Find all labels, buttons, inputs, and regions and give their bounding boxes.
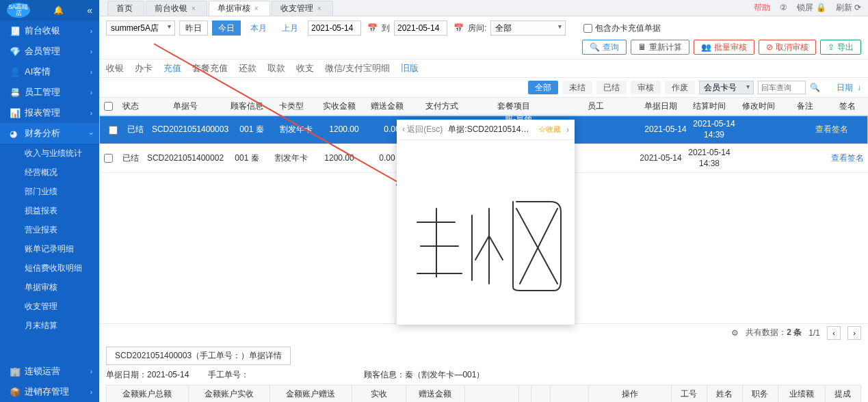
calendar-icon[interactable]: 📅 (367, 23, 378, 33)
favorite-button[interactable]: ☆收藏 (538, 124, 561, 135)
select-all-checkbox[interactable] (104, 102, 113, 111)
sidebar-sub-income-exp[interactable]: 收支管理 (0, 297, 99, 316)
btn-yesterday[interactable]: 昨日 (179, 21, 208, 36)
include-card-label[interactable]: 包含办卡充值单据 (583, 23, 660, 34)
sidebar-sub-monthend[interactable]: 月末结算 (0, 316, 99, 335)
subtab-cashier[interactable]: 收银 (106, 62, 124, 75)
gear-icon[interactable]: ⚙ (731, 328, 739, 338)
subtab-card[interactable]: 办卡 (135, 62, 153, 75)
store-select[interactable]: summer5A店 (106, 21, 175, 36)
sidebar-sub-sms[interactable]: 短信费收取明细 (0, 258, 99, 278)
page-indicator: 1/1 (808, 328, 820, 338)
date-sort[interactable]: 日期 (837, 82, 853, 94)
batch-audit-button[interactable]: 👥批量审核 (694, 40, 754, 55)
sidebar-item-employee[interactable]: 📇员工管理› (0, 82, 99, 103)
detail-table-1: 金额账户总额金额账户实收金额账户赠送 实收赠送金额 操作工号姓名 职务业绩额提成… (106, 385, 861, 402)
room-select[interactable]: 全部 (490, 21, 566, 36)
sidebar-item-inventory[interactable]: 📦进销存管理› (0, 381, 99, 402)
close-icon[interactable]: × (254, 5, 259, 12)
lock-link[interactable]: 锁屏 🔒 (797, 2, 826, 14)
help-icon: ② (780, 3, 787, 12)
sidebar-sub-pl[interactable]: 损益报表 (0, 201, 99, 220)
next-page-button[interactable]: › (847, 326, 861, 340)
tab-home[interactable]: 首页 (107, 1, 144, 16)
sidebar-sub-overview[interactable]: 经营概况 (0, 163, 99, 182)
refresh-link[interactable]: 刷新 ⟳ (836, 2, 861, 14)
sidebar-sub-income[interactable]: 收入与业绩统计 (0, 144, 99, 163)
sidebar-item-report[interactable]: 📊报表管理› (0, 103, 99, 123)
to-label: 到 (382, 23, 390, 34)
subtab-pkg-recharge[interactable]: 套餐充值 (192, 62, 228, 75)
search-button[interactable]: 🔍查询 (582, 40, 627, 55)
filter-audit[interactable]: 审核 (631, 81, 661, 94)
col-remark: 备注 (783, 101, 827, 112)
subtab-wxali[interactable]: 微信/支付宝明细 (325, 62, 390, 75)
col-pkg: 套餐项目 (473, 101, 555, 112)
tab-cashier[interactable]: 前台收银× (146, 1, 207, 16)
member-icon: 💎 (10, 46, 19, 56)
signature-canvas (397, 140, 575, 325)
close-icon[interactable]: × (317, 5, 321, 12)
modal-back-button[interactable]: ‹ 返回(Esc) (402, 124, 443, 135)
btn-lastmonth[interactable]: 上月 (276, 21, 304, 36)
room-label: 房间: (468, 23, 486, 34)
batch-icon: 👥 (701, 42, 711, 52)
search-icon: 🔍 (590, 42, 600, 52)
export-button[interactable]: ⇪导出 (820, 40, 861, 55)
row-checkbox[interactable] (104, 154, 113, 163)
close-icon[interactable]: › (566, 125, 569, 135)
view-sign-link[interactable]: 查看签名 (815, 124, 848, 135)
modal-title: 单据:SCD20210514000... (448, 124, 533, 135)
searchby-select[interactable]: 会员卡号 (699, 81, 754, 94)
sidebar-item-cashier[interactable]: 🧾前台收银› (0, 21, 99, 41)
sidebar-sub-billlog[interactable]: 账单记录明细 (0, 239, 99, 258)
col-sign: 签名 (827, 101, 868, 112)
sidebar-item-member[interactable]: 💎会员管理› (0, 41, 99, 62)
mini-search[interactable] (758, 81, 806, 94)
date-from[interactable] (308, 21, 361, 36)
btn-today[interactable]: 今日 (212, 21, 241, 36)
subtab-old[interactable]: 旧版 (401, 62, 419, 75)
col-status: 状态 (117, 101, 144, 112)
detail-tab[interactable]: SCD2021051400003（手工单号：）单据详情 (106, 347, 291, 365)
cancel-audit-button[interactable]: ⊘取消审核 (759, 40, 816, 55)
recalc-button[interactable]: 🖩重新计算 (631, 40, 689, 55)
bell-icon[interactable]: 🔔 (53, 4, 65, 16)
filter-unsettled[interactable]: 未结 (562, 81, 592, 94)
sidebar-sub-audit[interactable]: 单据审核 (0, 278, 99, 297)
calc-icon: 🖩 (638, 42, 646, 52)
calendar-icon[interactable]: 📅 (453, 23, 464, 33)
prev-page-button[interactable]: ‹ (827, 326, 841, 340)
view-sign-link[interactable]: 查看签名 (831, 153, 864, 164)
date-to[interactable] (394, 21, 447, 36)
col-real: 实收金额 (315, 101, 363, 112)
close-icon[interactable]: × (192, 5, 196, 12)
row-checkbox[interactable] (109, 126, 118, 135)
filter-settled[interactable]: 已结 (596, 81, 627, 94)
btn-month[interactable]: 本月 (245, 21, 272, 36)
filter-all[interactable]: 全部 (528, 81, 558, 94)
sidebar-item-chain[interactable]: 🏢连锁运营› (0, 361, 99, 381)
tab-audit[interactable]: 单据审核× (209, 1, 270, 16)
sidebar-item-ai[interactable]: 👤AI客情› (0, 62, 99, 82)
col-pay: 支付方式 (411, 101, 473, 112)
filter-void[interactable]: 作废 (665, 81, 695, 94)
mini-search-icon[interactable]: 🔍 (810, 83, 820, 92)
help-link[interactable]: 帮助 (754, 2, 770, 14)
cashier-icon: 🧾 (10, 26, 19, 36)
subtab-repay[interactable]: 还款 (239, 62, 257, 75)
sidebar: 5A高端店 🔔 « 🧾前台收银› 💎会员管理› 👤AI客情› 📇员工管理› 📊报… (0, 0, 99, 402)
subtab-income-exp[interactable]: 收支 (296, 62, 314, 75)
subtab-recharge[interactable]: 充值 (163, 62, 181, 75)
sidebar-sub-dept[interactable]: 部门业绩 (0, 182, 99, 201)
tab-income-exp[interactable]: 收支管理× (272, 1, 333, 16)
subtab-withdraw[interactable]: 取款 (267, 62, 285, 75)
subtabs: 收银 办卡 充值 套餐充值 还款 取款 收支 微信/支付宝明细 旧版 (99, 59, 868, 78)
chain-icon: 🏢 (10, 366, 19, 376)
sidebar-item-finance[interactable]: ◕财务分析› (0, 123, 99, 144)
include-card-checkbox[interactable] (583, 24, 592, 33)
report-icon: 📊 (10, 108, 19, 118)
collapse-icon[interactable]: « (87, 5, 92, 16)
sidebar-sub-biz[interactable]: 营业报表 (0, 220, 99, 239)
col-settle: 结算时间 (685, 101, 734, 112)
